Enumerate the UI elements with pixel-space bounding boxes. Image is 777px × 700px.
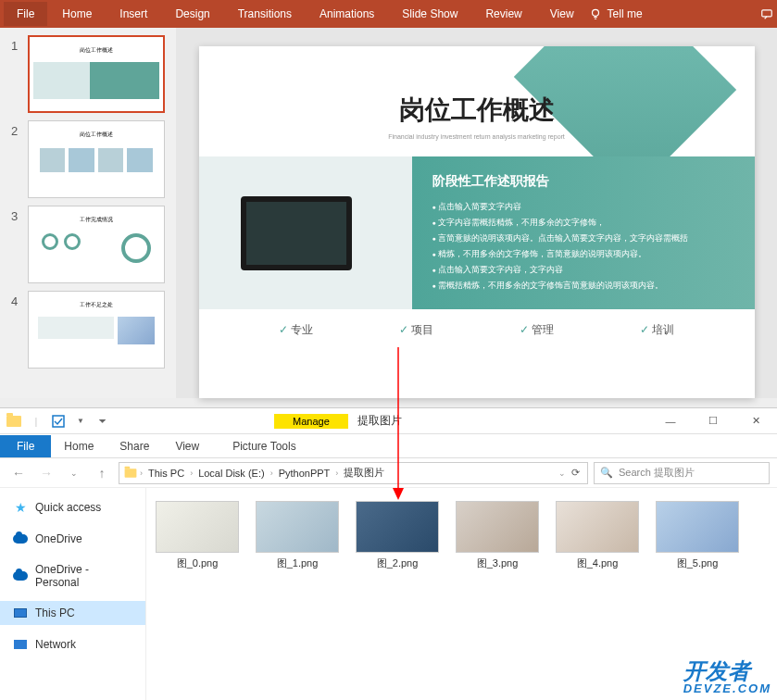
slide-thumb-2[interactable]: 岗位工作概述: [28, 120, 165, 198]
file-item[interactable]: 图_4.png: [554, 501, 641, 570]
breadcrumb[interactable]: Local Disk (E:): [194, 466, 269, 481]
checkbox-icon[interactable]: [48, 411, 69, 431]
file-item[interactable]: 图_5.png: [654, 501, 741, 570]
cloud-icon: [13, 531, 28, 546]
bottom-item: 培训: [640, 322, 674, 338]
nav-label: OneDrive: [35, 532, 82, 545]
nav-network[interactable]: Network: [0, 632, 145, 656]
bullet: 需概括精炼，不用多余的文字修饰言简意赅的说明该项内容。: [432, 278, 734, 294]
comments-icon[interactable]: [760, 7, 773, 20]
slide-thumbnails-pane[interactable]: 1 岗位工作概述 2 岗位工作概述 3 工作完成情况 4 工作不足之处: [0, 28, 176, 398]
qat-dropdown-icon[interactable]: ▼: [70, 411, 91, 431]
file-name: 图_2.png: [377, 556, 419, 570]
navigation-pane[interactable]: ★Quick access OneDrive OneDrive - Person…: [0, 488, 146, 700]
pc-icon: [13, 606, 28, 620]
bullet: 点击输入简要文字内容: [432, 199, 734, 215]
section-title: 阶段性工作述职报告: [432, 173, 734, 190]
nav-onedrive[interactable]: OneDrive: [0, 527, 145, 551]
search-box[interactable]: 🔍 Search 提取图片: [594, 462, 770, 484]
search-icon: 🔍: [600, 467, 613, 479]
ribbon-tab-insert[interactable]: Insert: [107, 2, 160, 26]
ribbon-tab-slideshow[interactable]: Slide Show: [389, 2, 470, 26]
slide-body: 阶段性工作述职报告 点击输入简要文字内容 文字内容需概括精炼，不用多余的文字修饰…: [199, 156, 755, 309]
explorer-tab-share[interactable]: Share: [107, 435, 162, 457]
explorer-file-tab[interactable]: File: [0, 435, 51, 457]
forward-button[interactable]: →: [35, 462, 57, 484]
chevron-icon[interactable]: ›: [335, 469, 338, 478]
watermark-big: 开发者: [683, 658, 750, 683]
minimize-button[interactable]: —: [649, 408, 692, 434]
qat-overflow[interactable]: ⏷: [93, 411, 113, 431]
close-button[interactable]: ✕: [734, 408, 777, 434]
nav-quick-access[interactable]: ★Quick access: [0, 495, 145, 519]
picture-tools-tab[interactable]: Picture Tools: [219, 435, 308, 457]
explorer-tab-view[interactable]: View: [162, 435, 212, 457]
slide-thumb-3[interactable]: 工作完成情况: [28, 206, 165, 283]
slide-subtitle: Financial industry investment return ana…: [199, 133, 755, 140]
svg-rect-4: [53, 416, 64, 427]
search-placeholder: Search 提取图片: [619, 466, 695, 480]
file-item[interactable]: 图_1.png: [254, 501, 341, 570]
quick-access-toolbar: | ▼ ⏷: [0, 411, 117, 431]
explorer-tab-home[interactable]: Home: [51, 435, 107, 457]
nav-this-pc[interactable]: This PC: [0, 601, 145, 625]
chevron-icon[interactable]: ›: [140, 469, 143, 478]
bullet-list: 点击输入简要文字内容 文字内容需概括精炼，不用多余的文字修饰， 言简意赅的说明该…: [432, 199, 734, 294]
bottom-item: 管理: [520, 322, 554, 338]
ribbon-tab-file[interactable]: File: [4, 2, 47, 26]
folder-icon[interactable]: [4, 411, 24, 431]
thumb-number: 4: [11, 291, 22, 369]
manage-label[interactable]: Manage: [274, 414, 348, 429]
dropdown-icon[interactable]: ⌄: [558, 469, 566, 478]
ppt-ribbon: File Home Insert Design Transitions Anim…: [0, 0, 777, 28]
bullet: 点击输入简要文字内容，文字内容: [432, 262, 734, 278]
file-name: 图_4.png: [577, 556, 619, 570]
up-button[interactable]: ↑: [91, 462, 113, 484]
slide-canvas-area[interactable]: 岗位工作概述 Financial industry investment ret…: [176, 28, 777, 398]
file-thumbnail: [356, 501, 439, 553]
breadcrumb[interactable]: This PC: [144, 466, 188, 481]
slide-title: 岗位工作概述: [199, 46, 755, 128]
file-item[interactable]: 图_2.png: [354, 501, 441, 570]
ribbon-tab-design[interactable]: Design: [162, 2, 222, 26]
tell-me[interactable]: Tell me: [589, 7, 643, 20]
file-explorer-window: | ▼ ⏷ Manage 提取图片 — ☐ ✕ File Home Share …: [0, 407, 777, 700]
network-icon: [13, 637, 28, 652]
manage-group: Manage: [274, 414, 348, 429]
nav-label: This PC: [35, 606, 75, 619]
ribbon-tab-view[interactable]: View: [537, 2, 587, 26]
nav-onedrive-personal[interactable]: OneDrive - Personal: [0, 558, 145, 594]
file-name: 图_1.png: [277, 556, 319, 570]
chevron-icon[interactable]: ›: [190, 469, 193, 478]
maximize-button[interactable]: ☐: [692, 408, 734, 434]
refresh-button[interactable]: ⟳: [568, 467, 583, 479]
address-bar-row: ← → ⌄ ↑ › This PC › Local Disk (E:) › Py…: [0, 458, 777, 488]
breadcrumb[interactable]: 提取图片: [340, 464, 388, 481]
ribbon-tab-animations[interactable]: Animations: [307, 2, 387, 26]
address-bar[interactable]: › This PC › Local Disk (E:) › PythonPPT …: [119, 462, 588, 484]
file-item[interactable]: 图_0.png: [154, 501, 241, 570]
ribbon-tab-review[interactable]: Review: [472, 2, 534, 26]
star-icon: ★: [13, 500, 28, 515]
slide-thumb-1[interactable]: 岗位工作概述: [28, 35, 165, 113]
file-name: 图_3.png: [477, 556, 519, 570]
tell-me-label: Tell me: [608, 7, 643, 20]
file-thumbnail: [556, 501, 639, 553]
file-item[interactable]: 图_3.png: [454, 501, 541, 570]
bulb-icon: [589, 7, 602, 20]
thumb-number: 3: [11, 206, 22, 283]
file-thumbnail: [156, 501, 239, 553]
thumb-number: 1: [11, 35, 22, 113]
chevron-icon[interactable]: ›: [270, 469, 273, 478]
ribbon-tab-home[interactable]: Home: [49, 2, 105, 26]
recent-dropdown[interactable]: ⌄: [63, 462, 85, 484]
bottom-item: 专业: [279, 322, 313, 338]
breadcrumb[interactable]: PythonPPT: [275, 466, 334, 481]
svg-rect-1: [762, 10, 772, 17]
file-name: 图_0.png: [177, 556, 219, 570]
slide-thumb-4[interactable]: 工作不足之处: [28, 291, 165, 369]
slide-text-block: 阶段性工作述职报告 点击输入简要文字内容 文字内容需概括精炼，不用多余的文字修饰…: [412, 156, 755, 309]
back-button[interactable]: ←: [7, 462, 30, 484]
explorer-body: ★Quick access OneDrive OneDrive - Person…: [0, 488, 777, 700]
ribbon-tab-transitions[interactable]: Transitions: [225, 2, 305, 26]
